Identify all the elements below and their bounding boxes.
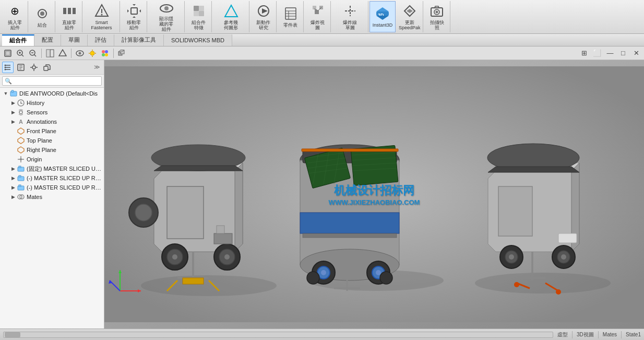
svg-rect-102 bbox=[167, 186, 204, 239]
toolbar-explode-view[interactable]: 爆炸視圖 bbox=[305, 1, 331, 32]
tree-top-plane[interactable]: Top Plane bbox=[0, 136, 104, 145]
toolbar-capture[interactable]: 拍攝快照 bbox=[424, 1, 450, 32]
tab-drawing[interactable]: 草圖 bbox=[61, 34, 88, 46]
config-manager-tab[interactable] bbox=[28, 62, 40, 73]
tree-mates[interactable]: ▶ Mates bbox=[0, 192, 104, 202]
toolbar-explode-lines[interactable]: 爆炸線草圖 bbox=[332, 1, 368, 32]
tab-assembly[interactable]: 組合件 bbox=[2, 34, 34, 46]
scrollbar-thumb[interactable] bbox=[5, 332, 20, 337]
svg-rect-117 bbox=[217, 226, 224, 233]
tree-master3[interactable]: ▶ (-) MASTER SLICED UP REN... bbox=[0, 183, 104, 192]
sensors-toggle[interactable]: ▶ bbox=[9, 110, 17, 115]
root-toggle[interactable]: ▼ bbox=[2, 91, 9, 96]
display-style-button[interactable] bbox=[57, 48, 68, 58]
master2-label: (-) MASTER SLICED UP REN... bbox=[27, 175, 103, 181]
bottom-status-state: State1 bbox=[626, 332, 641, 337]
toolbar-instant3d[interactable]: 3D Instant3D bbox=[369, 1, 396, 32]
svg-rect-86 bbox=[19, 166, 21, 168]
bom-label: 零件表 bbox=[283, 23, 297, 28]
toolbar-reference-geometry[interactable]: 參考幾何圖形 bbox=[213, 1, 249, 32]
feature-manager-tab[interactable] bbox=[2, 62, 14, 73]
master2-toggle[interactable]: ▶ bbox=[9, 175, 17, 181]
secondary-toolbar: ⊞ ⬜ — □ ✕ bbox=[0, 46, 644, 60]
tab-evaluate[interactable]: 評估 bbox=[88, 34, 114, 46]
svg-point-35 bbox=[436, 11, 438, 14]
tab-mbd-tools[interactable]: 計算影像工具 bbox=[114, 34, 164, 46]
capture-label: 拍攝快照 bbox=[430, 20, 444, 31]
addins-tab[interactable] bbox=[41, 62, 53, 73]
svg-rect-37 bbox=[6, 51, 10, 55]
tab-solidworks-mbd[interactable]: SOLIDWORKS MBD bbox=[164, 34, 232, 46]
svg-marker-99 bbox=[235, 163, 243, 252]
svg-rect-116 bbox=[214, 233, 232, 244]
root-label: DIE ANTWOORD (Default<Dis bbox=[19, 90, 98, 97]
toolbar-linear-pattern[interactable]: 直線零組件 bbox=[56, 1, 82, 32]
layout-single-button[interactable]: ⬜ bbox=[591, 48, 603, 58]
maximize-button[interactable]: □ bbox=[617, 48, 629, 58]
tree-origin[interactable]: Origin bbox=[0, 155, 104, 164]
sidebar: ≫ 🔍 ▼ DIE ANTWOORD (Default<Dis ▶ bbox=[0, 60, 104, 329]
horizontal-scrollbar[interactable] bbox=[3, 332, 553, 338]
move-component-label: 移動零組件 bbox=[127, 20, 141, 31]
tree-right-plane[interactable]: Right Plane bbox=[0, 145, 104, 155]
mates-toggle[interactable]: ▶ bbox=[9, 194, 17, 200]
annotations-icon: A bbox=[17, 118, 25, 126]
toolbar-assembly-features[interactable]: 組合件特徵 bbox=[186, 1, 212, 32]
property-manager-tab[interactable] bbox=[15, 62, 27, 73]
toolbar-smart-fasteners[interactable]: SmartFasteners bbox=[84, 1, 120, 32]
appearance-button[interactable] bbox=[99, 48, 111, 58]
annotations-toggle[interactable]: ▶ bbox=[9, 119, 17, 124]
sensors-icon bbox=[17, 108, 25, 116]
svg-rect-136 bbox=[300, 213, 399, 233]
master1-toggle[interactable]: ▶ bbox=[9, 166, 17, 171]
svg-line-43 bbox=[34, 54, 36, 56]
svg-rect-8 bbox=[131, 8, 137, 14]
linear-pattern-icon bbox=[61, 3, 78, 19]
toolbar-insert-component[interactable]: ⊕ 插入零組件 bbox=[2, 1, 28, 32]
tab-config[interactable]: 配置 bbox=[34, 34, 61, 46]
svg-point-66 bbox=[5, 64, 6, 66]
svg-point-58 bbox=[102, 53, 105, 56]
smart-fasteners-icon bbox=[93, 3, 110, 19]
instant3d-label: Instant3D bbox=[373, 23, 393, 28]
zoom-to-fit-button[interactable] bbox=[2, 48, 14, 58]
view-cube-button[interactable] bbox=[116, 48, 128, 58]
svg-rect-4 bbox=[73, 8, 76, 14]
master1-label: (固定) MASTER SLICED UP R... bbox=[27, 165, 103, 173]
linear-pattern-label: 直線零組件 bbox=[62, 20, 76, 31]
history-toggle[interactable]: ▶ bbox=[9, 100, 17, 105]
sidebar-expand-button[interactable]: ≫ bbox=[92, 63, 102, 72]
toolbar-speedpak[interactable]: 更新SpeedPak bbox=[397, 1, 423, 32]
master3-toggle[interactable]: ▶ bbox=[9, 185, 17, 190]
svg-marker-101 bbox=[154, 166, 243, 171]
tree-front-plane[interactable]: Front Plane bbox=[0, 126, 104, 136]
minimize-button[interactable]: — bbox=[604, 48, 616, 58]
svg-point-51 bbox=[90, 51, 94, 55]
toolbar-bom[interactable]: 零件表 bbox=[278, 1, 304, 32]
close-button[interactable]: ✕ bbox=[630, 48, 642, 58]
toolbar-show-hidden[interactable]: 顯示隱藏的零組件 bbox=[148, 1, 185, 32]
tree-sensors[interactable]: ▶ Sensors bbox=[0, 108, 104, 117]
svg-marker-81 bbox=[18, 147, 24, 153]
lighting-button[interactable] bbox=[87, 48, 98, 58]
tree-master1[interactable]: ▶ (固定) MASTER SLICED UP R... bbox=[0, 164, 104, 173]
tree-annotations[interactable]: ▶ A Annotations bbox=[0, 117, 104, 126]
svg-rect-14 bbox=[199, 11, 204, 16]
section-view-button[interactable] bbox=[44, 48, 56, 58]
viewport[interactable]: 机械设计招标网 WWW.JIXIEZHAOBIAO.COM bbox=[104, 60, 644, 329]
zoom-out-button[interactable] bbox=[27, 48, 39, 58]
tree-filter-input[interactable]: 🔍 bbox=[2, 76, 102, 86]
toolbar-move-component[interactable]: 移動零組件 bbox=[121, 1, 147, 32]
zoom-in-button[interactable] bbox=[15, 48, 26, 58]
toolbar-new-motion[interactable]: 新動作研究 bbox=[251, 1, 277, 32]
bottom-status-3d: 3D視圖 bbox=[577, 331, 594, 338]
tree-master2[interactable]: ▶ (-) MASTER SLICED UP REN... bbox=[0, 173, 104, 183]
tree-history[interactable]: ▶ History bbox=[0, 98, 104, 108]
layout-tiles-button[interactable]: ⊞ bbox=[578, 48, 590, 58]
front-plane-label: Front Plane bbox=[27, 128, 56, 134]
hide-show-button[interactable] bbox=[74, 48, 86, 58]
master3-label: (-) MASTER SLICED UP REN... bbox=[27, 184, 103, 191]
toolbar-mate[interactable]: 結合 bbox=[29, 1, 55, 32]
svg-marker-80 bbox=[18, 137, 24, 144]
tree-root[interactable]: ▼ DIE ANTWOORD (Default<Dis bbox=[0, 89, 104, 98]
